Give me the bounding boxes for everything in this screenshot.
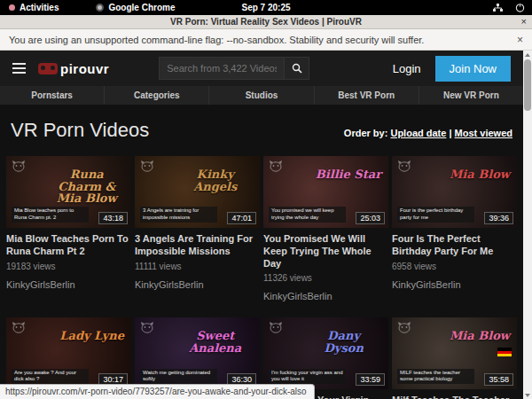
studio-watermark-cat-mask-icon [12,321,26,333]
thumbnail-model-name: Lady Lyne [59,330,124,342]
thumbnail-model-name: Runa Charm & Mia Blow [49,168,124,205]
search-icon [292,63,302,74]
studio-watermark-cat-mask-icon [269,160,283,172]
thumbnail-caption: Mia Blow teaches porn to Runa Charm pt. … [12,207,89,223]
scroll-up-arrow-icon[interactable] [523,51,532,59]
nav-item-best-vr-porn[interactable]: Best VR Porn [315,86,419,105]
system-top-bar: Activities Google Chrome Sep 7 20:25 [0,0,532,15]
video-views: 11326 views [263,273,388,283]
duration-badge: 39:36 [484,212,513,224]
order-link-most-viewed[interactable]: Most viewed [455,128,512,138]
studio-link[interactable]: KinkyGirlsBerlin [135,279,260,290]
thumbnail-model-name: Kinky Angels [177,168,253,192]
thumbnail-caption: MILF teaches the teacher some practical … [397,369,474,385]
video-title[interactable]: 3 Angels Are Training For Impossible Mis… [135,233,260,258]
system-clock[interactable]: Sep 7 20:25 [241,3,290,12]
chrome-icon [96,4,104,12]
activities-button[interactable]: Activities [9,3,59,12]
nav-item-studios[interactable]: Studios [209,86,314,105]
studio-watermark-cat-mask-icon [140,321,154,333]
video-thumbnail[interactable]: Dany Dyson I'm fucking your virgin ass a… [263,317,388,389]
video-views: 11111 views [135,262,260,271]
studio-watermark-cat-mask-icon [12,160,26,172]
studio-watermark-cat-mask-icon [140,160,154,172]
nav-item-categories[interactable]: Categories [105,86,209,105]
page-title-row: VR Porn Videos Order by: Upload date | M… [0,105,523,153]
order-separator: | [449,128,451,138]
studio-link[interactable]: KinkyGirlsBerlin [6,279,131,290]
thumbnail-model-name: Billie Star [316,168,381,181]
site-header: pirouvr Login Join Now [0,51,523,86]
video-thumbnail[interactable]: Sweet Analena Watch me getting dominated… [135,317,260,389]
video-card: Kinky Angels 3 Angels are training for i… [135,156,260,301]
video-title[interactable]: Mia Blow Teaches Porn To Runa Charm Pt 2 [6,233,131,258]
video-card: Mia Blow Four is the perfect birthday pa… [392,156,517,301]
search-button[interactable] [285,57,309,80]
scroll-down-arrow-icon[interactable] [523,391,532,399]
thumbnail-caption: You promised we will keep trying the who… [269,207,346,223]
browser-viewport: pirouvr Login Join Now PornstarsCategori… [0,51,532,399]
nav-item-new-vr-porn[interactable]: New VR Porn [419,86,523,105]
thumbnail-model-name: Sweet Analena [177,330,253,354]
hamburger-menu-icon[interactable] [12,60,26,76]
nav-item-pornstars[interactable]: Pornstars [0,86,105,105]
video-title[interactable]: Four Is The Perfect Birthday Party For M… [392,233,517,258]
warning-close-icon[interactable]: × [517,34,523,46]
duration-badge: 47:01 [227,212,256,224]
thumbnail-caption: Are you awake ? And your dick also ? [12,369,89,385]
window-title: VR Porn: Virtual Reality Sex Videos | Pi… [170,17,362,27]
video-thumbnail[interactable]: Billie Star You promised we will keep tr… [263,156,388,228]
window-close-icon[interactable]: × [521,16,527,27]
order-by: Order by: Upload date | Most viewed [344,128,512,138]
power-icon[interactable] [515,3,525,12]
search-input[interactable] [159,57,285,80]
studio-link[interactable]: KinkyGirlsBerlin [392,279,517,290]
duration-badge: 35:58 [484,373,513,386]
join-now-button[interactable]: Join Now [435,56,511,82]
studio-link[interactable]: KinkyGirlsBerlin [263,291,388,301]
video-card: Billie Star You promised we will keep tr… [263,156,388,301]
german-flag-icon [497,348,512,356]
warning-message: You are using an unsupported command-lin… [9,35,424,45]
main-nav: PornstarsCategoriesStudiosBest VR PornNe… [0,86,523,105]
chrome-app-indicator[interactable]: Google Chrome [96,3,175,12]
studio-watermark-cat-mask-icon [397,160,411,172]
page-title: VR Porn Videos [11,119,149,142]
scrollbar-thumb[interactable] [524,59,531,111]
thumbnail-model-name: Dany Dyson [306,330,381,354]
thumbnail-caption: I'm fucking your virgin ass and you will… [269,369,346,385]
video-card: Mia Blow MILF teaches the teacher some p… [392,317,517,399]
network-icon[interactable] [493,4,503,12]
page-scrollbar[interactable] [523,51,532,399]
video-views: 19183 views [6,262,131,271]
page-content: pirouvr Login Join Now PornstarsCategori… [0,51,523,399]
video-thumbnail[interactable]: Runa Charm & Mia Blow Mia Blow teaches p… [6,156,131,228]
order-by-label: Order by: [344,128,388,138]
thumbnail-caption: Four is the perfect birthday party for m… [397,207,474,223]
video-thumbnail[interactable]: Mia Blow MILF teaches the teacher some p… [392,317,517,389]
duration-badge: 25:03 [356,212,385,224]
duration-badge: 33:59 [356,373,385,386]
video-card: Runa Charm & Mia Blow Mia Blow teaches p… [6,156,131,301]
thumbnail-model-name: Mia Blow [450,330,510,342]
video-views: 6958 views [392,262,517,271]
video-thumbnail[interactable]: Mia Blow Four is the perfect birthday pa… [392,156,517,228]
video-title[interactable]: You Promised We Will Keep Trying The Who… [263,233,388,270]
login-link[interactable]: Login [393,62,421,75]
chrome-app-label: Google Chrome [108,3,175,12]
vr-goggles-icon [38,63,58,74]
video-thumbnail[interactable]: Lady Lyne Are you awake ? And your dick … [6,317,131,389]
order-link-upload-date[interactable]: Upload date [390,128,446,138]
video-title[interactable]: Milf Teaches The Teacher Some Practical … [392,395,517,399]
studio-watermark-cat-mask-icon [397,321,411,333]
activities-indicator-icon [9,4,15,11]
search-area [159,57,309,80]
video-thumbnail[interactable]: Kinky Angels 3 Angels are training for i… [135,156,260,228]
site-logo[interactable]: pirouvr [38,61,109,76]
thumbnail-caption: Watch me getting dominated softly [140,369,217,385]
studio-watermark-cat-mask-icon [269,321,283,333]
thumbnail-model-name: Mia Blow [450,168,510,181]
video-grid: Runa Charm & Mia Blow Mia Blow teaches p… [0,153,523,399]
status-url-bar: https://pirouvr.com/vr-porn-video/779325… [0,384,315,399]
browser-window-titlebar[interactable]: VR Porn: Virtual Reality Sex Videos | Pi… [0,15,532,29]
